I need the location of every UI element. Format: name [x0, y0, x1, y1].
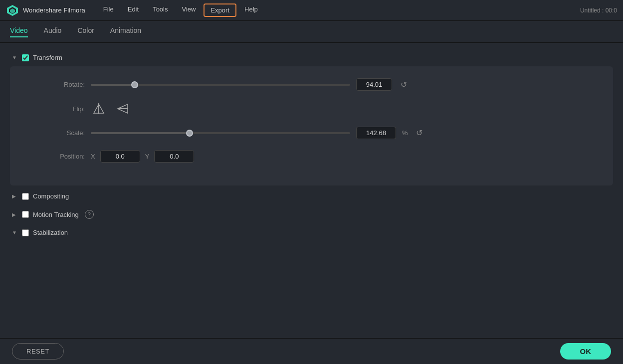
transform-header[interactable]: ▼ Transform	[10, 51, 613, 64]
menu-items: File Edit Tools View Export Help	[97, 3, 580, 17]
compositing-header[interactable]: ▶ Compositing	[10, 189, 613, 203]
scale-unit-label: %	[402, 129, 408, 137]
app-logo: Wondershare Filmora	[6, 4, 85, 17]
svg-marker-3	[94, 104, 99, 113]
menu-view[interactable]: View	[176, 3, 202, 17]
scale-slider-fill	[91, 132, 190, 134]
svg-marker-4	[99, 104, 104, 113]
window-title: Untitled : 00:0	[580, 7, 617, 14]
scale-slider[interactable]	[91, 132, 350, 134]
flip-buttons	[91, 102, 131, 116]
rotate-slider[interactable]	[91, 84, 350, 86]
motion-tracking-help-icon[interactable]: ?	[85, 210, 94, 219]
bottom-bar: RESET OK	[0, 338, 623, 364]
stabilization-title: Stabilization	[33, 229, 68, 236]
scale-value-input[interactable]	[356, 127, 396, 139]
stabilization-chevron-icon: ▼	[12, 230, 18, 235]
tabs-bar: Video Audio Color Animation	[0, 21, 623, 43]
stabilization-section: ▼ Stabilization	[10, 226, 613, 239]
position-inputs: X Y	[91, 150, 194, 163]
rotate-row: Rotate: ↺	[50, 78, 597, 91]
transform-title: Transform	[33, 54, 62, 61]
main-panel: ▼ Transform Rotate: ↺ Flip:	[0, 43, 623, 338]
tab-video[interactable]: Video	[10, 26, 28, 37]
menu-tools[interactable]: Tools	[147, 3, 174, 17]
compositing-title: Compositing	[33, 192, 69, 200]
tab-color[interactable]: Color	[77, 26, 94, 37]
stabilization-checkbox[interactable]	[22, 229, 29, 236]
compositing-section: ▶ Compositing	[10, 189, 613, 203]
position-x-input[interactable]	[100, 150, 140, 163]
flip-horizontal-button[interactable]	[91, 102, 107, 116]
compositing-chevron-icon: ▶	[12, 193, 18, 199]
rotate-slider-fill	[91, 84, 135, 86]
menu-export[interactable]: Export	[204, 3, 236, 17]
svg-marker-7	[118, 109, 128, 113]
flip-label: Flip:	[50, 105, 85, 113]
flip-vertical-button[interactable]	[115, 102, 131, 116]
position-x-label: X	[91, 153, 95, 160]
scale-row: Scale: % ↺	[50, 127, 597, 139]
motion-tracking-title: Motion Tracking	[33, 211, 79, 218]
svg-marker-6	[118, 104, 128, 109]
flip-vertical-icon	[116, 102, 130, 115]
position-row: Position: X Y	[50, 150, 597, 163]
scale-reset-icon[interactable]: ↺	[414, 128, 425, 139]
rotate-slider-thumb[interactable]	[131, 81, 138, 88]
motion-tracking-checkbox[interactable]	[22, 211, 29, 218]
menu-edit[interactable]: Edit	[122, 3, 145, 17]
scale-slider-thumb[interactable]	[186, 130, 193, 137]
transform-panel: Rotate: ↺ Flip:	[10, 66, 613, 185]
position-label: Position:	[50, 153, 85, 160]
rotate-value-input[interactable]	[356, 78, 392, 91]
ok-button[interactable]: OK	[560, 343, 612, 360]
app-name: Wondershare Filmora	[23, 6, 85, 14]
motion-tracking-section: ▶ Motion Tracking ?	[10, 207, 613, 222]
menu-file[interactable]: File	[97, 3, 120, 17]
app-logo-icon	[6, 4, 19, 17]
motion-tracking-header[interactable]: ▶ Motion Tracking ?	[10, 207, 613, 222]
scale-label: Scale:	[50, 129, 85, 137]
tab-audio[interactable]: Audio	[44, 26, 62, 37]
compositing-checkbox[interactable]	[22, 193, 29, 200]
transform-section: ▼ Transform Rotate: ↺ Flip:	[10, 51, 613, 185]
position-y-input[interactable]	[154, 150, 194, 163]
rotate-reset-icon[interactable]: ↺	[398, 79, 409, 90]
stabilization-header[interactable]: ▼ Stabilization	[10, 226, 613, 239]
motion-tracking-chevron-icon: ▶	[12, 212, 18, 217]
transform-checkbox[interactable]	[22, 54, 29, 61]
tab-animation[interactable]: Animation	[110, 26, 141, 37]
menu-help[interactable]: Help	[238, 3, 264, 17]
flip-horizontal-icon	[92, 102, 106, 115]
menu-bar: Wondershare Filmora File Edit Tools View…	[0, 0, 623, 21]
transform-chevron-icon: ▼	[12, 55, 18, 60]
rotate-label: Rotate:	[50, 81, 85, 88]
flip-row: Flip:	[50, 102, 597, 116]
position-y-label: Y	[145, 153, 150, 160]
reset-button[interactable]: RESET	[12, 343, 64, 360]
